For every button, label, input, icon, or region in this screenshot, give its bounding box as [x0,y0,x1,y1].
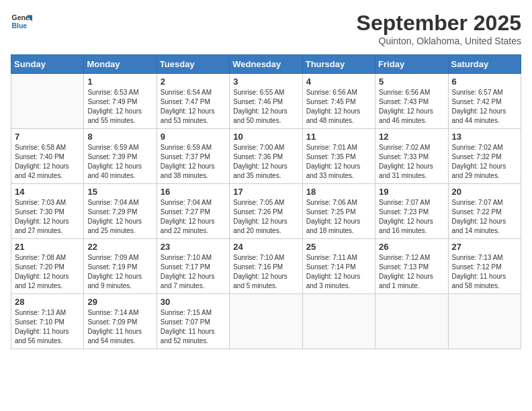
calendar-day-cell: 23Sunrise: 7:10 AM Sunset: 7:17 PM Dayli… [157,239,229,294]
calendar-day-cell: 20Sunrise: 7:07 AM Sunset: 7:22 PM Dayli… [448,184,521,239]
calendar-week-row: 1Sunrise: 6:53 AM Sunset: 7:49 PM Daylig… [11,74,521,129]
day-of-week-header: Thursday [302,55,375,74]
day-number: 12 [379,132,444,142]
calendar-day-cell: 1Sunrise: 6:53 AM Sunset: 7:49 PM Daylig… [84,74,157,129]
day-number: 25 [306,242,371,252]
day-number: 27 [452,242,517,252]
day-info: Sunrise: 6:57 AM Sunset: 7:42 PM Dayligh… [452,88,517,126]
day-number: 29 [87,297,152,307]
calendar-day-cell: 14Sunrise: 7:03 AM Sunset: 7:30 PM Dayli… [11,184,84,239]
logo: General Blue [11,11,32,32]
day-info: Sunrise: 7:15 AM Sunset: 7:07 PM Dayligh… [161,308,226,346]
day-number: 6 [452,77,517,87]
day-of-week-header: Saturday [448,55,521,74]
day-info: Sunrise: 6:59 AM Sunset: 7:39 PM Dayligh… [87,143,152,181]
day-number: 19 [379,187,444,197]
calendar-day-cell: 26Sunrise: 7:12 AM Sunset: 7:13 PM Dayli… [375,239,448,294]
day-number: 23 [161,242,226,252]
day-of-week-header: Friday [375,55,448,74]
day-number: 9 [161,132,226,142]
calendar-day-cell [11,74,84,129]
day-info: Sunrise: 6:55 AM Sunset: 7:46 PM Dayligh… [233,88,298,126]
calendar-day-cell: 5Sunrise: 6:56 AM Sunset: 7:43 PM Daylig… [375,74,448,129]
calendar-day-cell: 2Sunrise: 6:54 AM Sunset: 7:47 PM Daylig… [157,74,229,129]
calendar-week-row: 14Sunrise: 7:03 AM Sunset: 7:30 PM Dayli… [11,184,521,239]
calendar-table: SundayMondayTuesdayWednesdayThursdayFrid… [11,54,521,349]
day-number: 20 [452,187,517,197]
calendar-week-row: 21Sunrise: 7:08 AM Sunset: 7:20 PM Dayli… [11,239,521,294]
day-info: Sunrise: 6:56 AM Sunset: 7:43 PM Dayligh… [379,88,444,126]
day-info: Sunrise: 7:10 AM Sunset: 7:17 PM Dayligh… [161,253,226,291]
day-of-week-header: Sunday [11,55,84,74]
day-info: Sunrise: 7:10 AM Sunset: 7:16 PM Dayligh… [233,253,298,291]
day-number: 30 [161,297,226,307]
day-info: Sunrise: 7:00 AM Sunset: 7:36 PM Dayligh… [233,143,298,181]
day-number: 5 [379,77,444,87]
day-info: Sunrise: 6:56 AM Sunset: 7:45 PM Dayligh… [306,88,371,126]
calendar-day-cell: 21Sunrise: 7:08 AM Sunset: 7:20 PM Dayli… [11,239,84,294]
day-info: Sunrise: 7:13 AM Sunset: 7:10 PM Dayligh… [15,308,80,346]
logo-icon: General Blue [11,11,32,32]
day-number: 8 [87,132,152,142]
calendar-day-cell: 16Sunrise: 7:04 AM Sunset: 7:27 PM Dayli… [157,184,229,239]
calendar-day-cell: 11Sunrise: 7:01 AM Sunset: 7:35 PM Dayli… [302,129,375,184]
day-info: Sunrise: 6:54 AM Sunset: 7:47 PM Dayligh… [161,88,226,126]
day-number: 4 [306,77,371,87]
day-number: 24 [233,242,298,252]
day-number: 18 [306,187,371,197]
day-info: Sunrise: 6:53 AM Sunset: 7:49 PM Dayligh… [87,88,152,126]
calendar-week-row: 7Sunrise: 6:58 AM Sunset: 7:40 PM Daylig… [11,129,521,184]
day-of-week-header: Monday [84,55,157,74]
calendar-day-cell: 9Sunrise: 6:59 AM Sunset: 7:37 PM Daylig… [157,129,229,184]
day-info: Sunrise: 7:02 AM Sunset: 7:33 PM Dayligh… [379,143,444,181]
day-of-week-header: Tuesday [157,55,229,74]
day-of-week-header: Wednesday [230,55,302,74]
location: Quinton, Oklahoma, United States [357,36,521,46]
calendar-day-cell: 13Sunrise: 7:02 AM Sunset: 7:32 PM Dayli… [448,129,521,184]
calendar-day-cell: 22Sunrise: 7:09 AM Sunset: 7:19 PM Dayli… [84,239,157,294]
day-number: 1 [87,77,152,87]
day-number: 13 [452,132,517,142]
day-info: Sunrise: 7:02 AM Sunset: 7:32 PM Dayligh… [452,143,517,181]
calendar-week-row: 28Sunrise: 7:13 AM Sunset: 7:10 PM Dayli… [11,294,521,349]
calendar-day-cell: 15Sunrise: 7:04 AM Sunset: 7:29 PM Dayli… [84,184,157,239]
day-info: Sunrise: 7:04 AM Sunset: 7:29 PM Dayligh… [87,198,152,236]
day-number: 21 [15,242,80,252]
day-number: 22 [87,242,152,252]
day-number: 3 [233,77,298,87]
calendar-day-cell: 25Sunrise: 7:11 AM Sunset: 7:14 PM Dayli… [302,239,375,294]
day-info: Sunrise: 7:11 AM Sunset: 7:14 PM Dayligh… [306,253,371,291]
day-info: Sunrise: 7:03 AM Sunset: 7:30 PM Dayligh… [15,198,80,236]
calendar-day-cell: 10Sunrise: 7:00 AM Sunset: 7:36 PM Dayli… [230,129,302,184]
day-info: Sunrise: 7:04 AM Sunset: 7:27 PM Dayligh… [161,198,226,236]
calendar-day-cell: 8Sunrise: 6:59 AM Sunset: 7:39 PM Daylig… [84,129,157,184]
calendar-day-cell [375,294,448,349]
day-number: 10 [233,132,298,142]
day-info: Sunrise: 7:06 AM Sunset: 7:25 PM Dayligh… [306,198,371,236]
day-info: Sunrise: 7:08 AM Sunset: 7:20 PM Dayligh… [15,253,80,291]
day-number: 28 [15,297,80,307]
calendar-day-cell: 18Sunrise: 7:06 AM Sunset: 7:25 PM Dayli… [302,184,375,239]
day-number: 7 [15,132,80,142]
day-info: Sunrise: 7:12 AM Sunset: 7:13 PM Dayligh… [379,253,444,291]
page-header: General Blue September 2025 Quinton, Okl… [11,11,521,46]
day-info: Sunrise: 7:07 AM Sunset: 7:22 PM Dayligh… [452,198,517,236]
calendar-day-cell [448,294,521,349]
calendar-day-cell: 6Sunrise: 6:57 AM Sunset: 7:42 PM Daylig… [448,74,521,129]
calendar-day-cell: 7Sunrise: 6:58 AM Sunset: 7:40 PM Daylig… [11,129,84,184]
day-info: Sunrise: 7:14 AM Sunset: 7:09 PM Dayligh… [87,308,152,346]
month-title: September 2025 [357,11,521,36]
title-block: September 2025 Quinton, Oklahoma, United… [357,11,521,46]
day-info: Sunrise: 7:05 AM Sunset: 7:26 PM Dayligh… [233,198,298,236]
calendar-day-cell: 17Sunrise: 7:05 AM Sunset: 7:26 PM Dayli… [230,184,302,239]
day-number: 15 [87,187,152,197]
calendar-day-cell: 4Sunrise: 6:56 AM Sunset: 7:45 PM Daylig… [302,74,375,129]
day-info: Sunrise: 7:07 AM Sunset: 7:23 PM Dayligh… [379,198,444,236]
calendar-day-cell: 19Sunrise: 7:07 AM Sunset: 7:23 PM Dayli… [375,184,448,239]
day-number: 14 [15,187,80,197]
day-info: Sunrise: 7:13 AM Sunset: 7:12 PM Dayligh… [452,253,517,291]
calendar-day-cell: 29Sunrise: 7:14 AM Sunset: 7:09 PM Dayli… [84,294,157,349]
day-number: 26 [379,242,444,252]
calendar-day-cell: 3Sunrise: 6:55 AM Sunset: 7:46 PM Daylig… [230,74,302,129]
day-info: Sunrise: 6:59 AM Sunset: 7:37 PM Dayligh… [161,143,226,181]
